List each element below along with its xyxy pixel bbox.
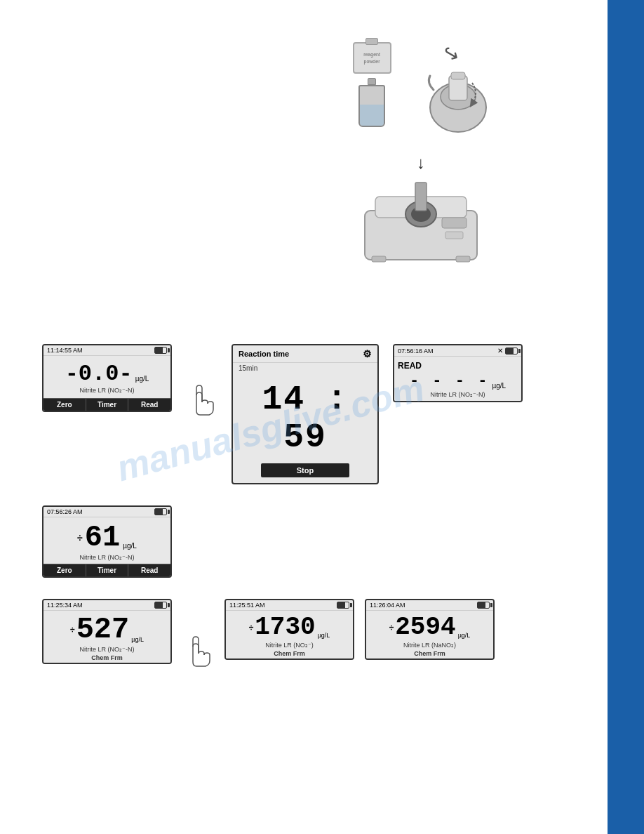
vortex-mixer-icon (412, 69, 490, 139)
hand-cursor-icon-2 (182, 634, 214, 670)
svg-rect-3 (451, 72, 465, 79)
screen-read-time: 07:56:16 AM (398, 348, 434, 355)
hand-cursor-2 (182, 634, 214, 673)
screen-527-time: 11:25:34 AM (47, 602, 83, 609)
read-unit: µg/L (492, 382, 506, 390)
label-1730: Nitrite LR (NO₂⁻) (265, 642, 314, 649)
zero-value: -0.0- (65, 363, 133, 385)
dashes-row: - - - - µg/L (398, 372, 518, 390)
prefix-3: ÷ (389, 623, 394, 633)
mixer-section: ↪ (412, 42, 490, 139)
result-unit: µg/L (123, 542, 137, 552)
screen-result-body: ÷ 61 µg/L Nitrite LR (NO₂⁻-N) (43, 517, 170, 564)
read-button[interactable]: Read (128, 399, 170, 411)
row3-val-row-2: ÷ 1730 µg/L (229, 615, 349, 640)
screen-2594: 11:26:04 AM ÷ 2594 µg/L Nitrite LR (NaNO… (365, 599, 495, 660)
gear-icon: ⚙ (363, 348, 372, 359)
value-1730: 1730 (255, 615, 315, 640)
screens-row-3: 11:25:34 AM ÷ 527 µg/L Nitrite LR (NO₂⁻-… (42, 599, 603, 673)
result-timer-button[interactable]: Timer (86, 564, 129, 576)
screen-read: 07:56:16 AM ✕ READ - - - - µg/L Nitrite … (393, 344, 523, 402)
read-compound-label: Nitrite LR (NO₂⁻-N) (431, 391, 485, 398)
screen-zero: 11:14:55 AM -0.0- µg/L Nitrite LR (NO₂⁻-… (42, 344, 172, 412)
svg-rect-11 (372, 256, 386, 262)
screen-2594-header: 11:26:04 AM (366, 600, 493, 611)
hand-cursor-1 (186, 383, 217, 422)
screens-row-2: 07:56:26 AM ÷ 61 µg/L Nitrite LR (NO₂⁻-N… (42, 505, 603, 578)
screen-2594-body: ÷ 2594 µg/L Nitrite LR (NaNO₂) Chem Frm (366, 611, 493, 658)
svg-rect-9 (442, 218, 467, 228)
screens-row-1: 11:14:55 AM -0.0- µg/L Nitrite LR (NO₂⁻-… (42, 344, 603, 484)
read-dashes: - - - - (410, 372, 489, 390)
spectrophotometer-icon (358, 176, 484, 267)
zero-unit: µg/L (135, 375, 149, 385)
screen-read-header: 07:56:16 AM ✕ (394, 345, 521, 357)
screen-1730-header: 11:25:51 AM (226, 600, 353, 611)
svg-rect-12 (456, 256, 470, 262)
unit-1730: µg/L (318, 632, 330, 640)
battery-icon-2 (505, 348, 518, 355)
battery-icon-4 (154, 602, 167, 609)
label-2594: Nitrite LR (NaNO₂) (403, 642, 456, 649)
timer-subheader: 15min (233, 363, 377, 373)
svg-rect-8 (415, 183, 427, 211)
result-zero-button[interactable]: Zero (43, 564, 86, 576)
screen-527-header: 11:25:34 AM (43, 600, 170, 611)
value-527: 527 (76, 615, 130, 644)
screen-result-footer[interactable]: Zero Timer Read (43, 564, 170, 576)
sidebar (608, 0, 644, 834)
bottle-container: reagentpowder (353, 42, 391, 127)
battery-icon-5 (337, 602, 349, 609)
value-row: -0.0- µg/L (47, 363, 167, 385)
timer-button[interactable]: Timer (86, 399, 129, 411)
timer-display: 14 : 59 (233, 373, 377, 463)
screen-result-header: 07:56:26 AM (43, 507, 170, 517)
screen-zero-time: 11:14:55 AM (47, 347, 83, 354)
screen-1730-time: 11:25:51 AM (229, 602, 265, 609)
result-value: 61 (85, 523, 120, 552)
illustration-step3: ↓ (358, 153, 484, 267)
illustration-step1-2: reagentpowder ↪ (353, 42, 490, 139)
reaction-time-label: Reaction time (239, 350, 289, 358)
screen-1730: 11:25:51 AM ÷ 1730 µg/L Nitrite LR (NO₂⁻… (224, 599, 354, 660)
row3-val-row-3: ÷ 2594 µg/L (370, 615, 490, 640)
screen-zero-footer[interactable]: Zero Timer Read (43, 398, 170, 411)
read-label: READ (398, 359, 518, 372)
battery-icon (154, 347, 167, 354)
stop-button[interactable]: Stop (261, 463, 349, 477)
screen-timer: Reaction time ⚙ 15min 14 : 59 Stop (232, 344, 379, 484)
zero-label: Nitrite LR (NO₂⁻-N) (80, 387, 135, 394)
hand-cursor-icon (186, 383, 217, 419)
result-value-row: ÷ 61 µg/L (47, 523, 167, 552)
value-2594: 2594 (395, 615, 455, 640)
screen-zero-body: -0.0- µg/L Nitrite LR (NO₂⁻-N) (43, 356, 170, 398)
screens-section: 11:14:55 AM -0.0- µg/L Nitrite LR (NO₂⁻-… (42, 344, 603, 673)
battery-icon-3 (154, 508, 167, 515)
prefix-1: ÷ (70, 625, 75, 635)
screen-zero-header: 11:14:55 AM (43, 345, 170, 356)
battery-icon-6 (477, 602, 490, 609)
prefix-2: ÷ (249, 623, 254, 633)
zero-button[interactable]: Zero (43, 399, 86, 411)
screen-527: 11:25:34 AM ÷ 527 µg/L Nitrite LR (NO₂⁻-… (42, 599, 172, 664)
result-read-button[interactable]: Read (128, 564, 170, 576)
screen-read-body: READ - - - - µg/L Nitrite LR (NO₂⁻-N) (394, 357, 521, 401)
illustration-area: reagentpowder ↪ (239, 42, 603, 309)
screen-527-body: ÷ 527 µg/L Nitrite LR (NO₂⁻-N) Chem Frm (43, 611, 170, 663)
reagent-packet: reagentpowder (353, 42, 391, 74)
reagent-bottle (358, 78, 385, 127)
screen-2594-time: 11:26:04 AM (370, 602, 405, 609)
result-label: Nitrite LR (NO₂⁻-N) (80, 554, 135, 561)
svg-rect-10 (445, 232, 463, 239)
x-icon: ✕ (497, 347, 503, 355)
unit-527: µg/L (131, 636, 144, 644)
screen-result: 07:56:26 AM ÷ 61 µg/L Nitrite LR (NO₂⁻-N… (42, 505, 172, 578)
sublabel-527: Chem Frm (91, 654, 123, 661)
arrow-down-icon: ↓ (417, 153, 425, 173)
sublabel-1730: Chem Frm (274, 650, 305, 657)
screen-1730-body: ÷ 1730 µg/L Nitrite LR (NO₂⁻) Chem Frm (226, 611, 353, 658)
label-527: Nitrite LR (NO₂⁻-N) (80, 646, 135, 653)
screen-result-time: 07:56:26 AM (47, 508, 83, 515)
timer-header: Reaction time ⚙ (233, 345, 377, 363)
unit-2594: µg/L (458, 632, 471, 640)
